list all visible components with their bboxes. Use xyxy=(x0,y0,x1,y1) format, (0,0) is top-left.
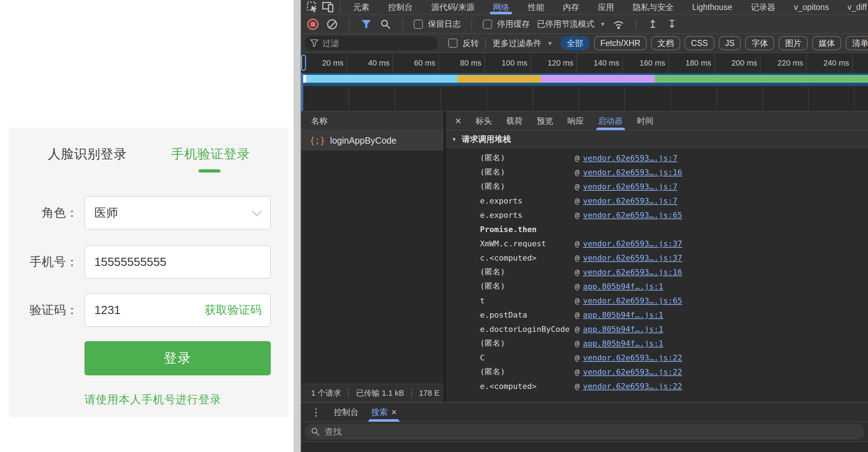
devtools-main-tab[interactable]: 控制台 xyxy=(379,0,422,15)
find-input[interactable]: 查找 xyxy=(305,424,864,440)
detail-tab[interactable]: 时间 xyxy=(637,111,653,130)
timeline-tick-label: 60 ms xyxy=(414,58,435,68)
initiator-source-link[interactable]: vendor.62e6593….js:22 xyxy=(583,368,682,376)
request-type-chip[interactable]: 文档 xyxy=(651,36,680,50)
stack-frame: (匿名) @ app.805b94f….js:1 xyxy=(446,279,868,293)
timeline-ruler[interactable]: 20 ms 40 ms 60 ms 80 ms 100 ms 120 ms 14… xyxy=(301,53,868,73)
initiator-source-link[interactable]: vendor.62e6593….js:7 xyxy=(583,196,677,205)
filter-input[interactable]: 过滤 xyxy=(305,36,438,50)
more-filters-select[interactable]: 更多过滤条件 ▼ xyxy=(492,38,553,49)
stack-frame: (匿名) @ vendor.62e6593….js:16 xyxy=(446,265,868,279)
initiator-source-link[interactable]: vendor.62e6593….js:22 xyxy=(583,353,682,362)
devtools-main-tab[interactable]: v_opitons xyxy=(785,0,838,15)
initiator-source-link[interactable]: app.805b94f….js:1 xyxy=(583,282,663,291)
initiator-source-link[interactable]: app.805b94f….js:1 xyxy=(583,339,663,348)
device-toolbar-icon[interactable] xyxy=(320,1,336,14)
devtools-main-tab-label: 记录器 xyxy=(751,2,775,13)
drawer-tab[interactable]: 控制台 × xyxy=(334,402,358,422)
phone-input[interactable]: 15555555555 xyxy=(84,245,271,279)
devtools-main-tab-label: 隐私与安全 xyxy=(632,2,673,13)
initiator-source-link[interactable]: app.805b94f….js:1 xyxy=(583,325,663,334)
detail-tab[interactable]: 标头 xyxy=(476,111,492,130)
role-select[interactable]: 医师 xyxy=(84,196,271,230)
get-code-link[interactable]: 获取验证码 xyxy=(205,302,262,318)
detail-tab[interactable]: 响应 xyxy=(568,111,584,130)
initiator-source-link[interactable]: vendor.62e6593….js:65 xyxy=(583,296,682,305)
network-toolbar: 保留日志 停用缓存 已停用节流模式 ▼ ↥ ↧ xyxy=(301,15,868,34)
search-icon[interactable] xyxy=(379,18,392,30)
request-type-chip[interactable]: JS xyxy=(719,36,741,50)
request-type-chip[interactable]: 清单 xyxy=(846,36,868,50)
request-type-chip[interactable]: 全部 xyxy=(560,36,590,50)
devtools-main-tab-label: 元素 xyxy=(353,2,370,13)
drawer-tab[interactable]: 搜索 × xyxy=(371,402,397,422)
timeline-tick-label: 180 ms xyxy=(686,58,711,68)
network-filter-bar: 过滤 反转 更多过滤条件 ▼ 全部 Fetch/XHR 文档 xyxy=(301,34,868,53)
code-row: 验证码： 1231 获取验证码 xyxy=(9,293,279,327)
initiator-source-link[interactable]: vendor.62e6593….js:37 xyxy=(583,239,682,248)
login-button[interactable]: 登录 xyxy=(84,341,271,375)
devtools-main-tab[interactable]: 性能 xyxy=(518,0,553,15)
preserve-log-toggle[interactable]: 保留日志 xyxy=(414,19,461,30)
stack-frame: e.exports @ vendor.62e6593….js:65 xyxy=(446,208,868,222)
initiator-source-link[interactable]: app.805b94f….js:1 xyxy=(583,310,663,319)
at-symbol: @ xyxy=(575,211,579,220)
devtools-main-tab[interactable]: 源代码/来源 xyxy=(422,0,484,15)
code-input[interactable]: 1231 获取验证码 xyxy=(84,293,271,327)
devtools-main-tab[interactable]: 网络 xyxy=(484,0,518,15)
disable-cache-checkbox[interactable] xyxy=(483,20,492,29)
disable-cache-toggle[interactable]: 停用缓存 xyxy=(483,19,530,30)
devtools-main-tab[interactable]: 元素 xyxy=(344,0,379,15)
initiator-source-link[interactable]: vendor.62e6593….js:22 xyxy=(583,382,682,391)
network-conditions-icon[interactable] xyxy=(613,18,625,30)
record-network-log-icon[interactable] xyxy=(307,18,319,30)
initiator-source-link[interactable]: vendor.62e6593….js:65 xyxy=(583,211,682,220)
devtools-main-tab[interactable]: 隐私与安全 xyxy=(623,0,683,15)
throttling-select[interactable]: 已停用节流模式 ▼ xyxy=(537,19,605,30)
export-har-icon[interactable]: ↧ xyxy=(666,18,678,30)
devtools-main-tab[interactable]: v_diff xyxy=(838,0,868,15)
request-type-chip[interactable]: Fetch/XHR xyxy=(594,36,647,50)
preserve-log-checkbox[interactable] xyxy=(414,20,423,29)
detail-tab[interactable]: 载荷 xyxy=(506,111,523,130)
devtools-main-tab[interactable]: 记录器 xyxy=(742,0,785,15)
request-type-chip[interactable]: 媒体 xyxy=(812,36,841,50)
close-tab-icon[interactable]: × xyxy=(391,407,397,418)
stack-frame: C @ vendor.62e6593….js:22 xyxy=(446,350,868,365)
timeline-selection-handle[interactable] xyxy=(301,55,306,71)
tab-face-login[interactable]: 人脸识别登录 xyxy=(48,145,127,163)
detail-tab[interactable]: 启动器 xyxy=(598,111,623,130)
detail-tab[interactable]: 预览 xyxy=(537,111,553,130)
at-symbol: @ xyxy=(575,353,579,362)
network-main: 名称 {;} loginAppByCode 1 个请求 已传输 1.1 kB 1… xyxy=(301,111,868,402)
devtools-main-tab[interactable]: 应用 xyxy=(588,0,623,15)
devtools-main-tab[interactable]: Lighthouse xyxy=(683,0,742,15)
login-page: 人脸识别登录 手机验证登录 角色： 医师 手机号： 15555555555 xyxy=(0,0,294,452)
clear-network-log-icon[interactable] xyxy=(326,18,338,30)
close-detail-icon[interactable]: × xyxy=(455,115,461,127)
initiator-source-link[interactable]: vendor.62e6593….js:16 xyxy=(583,168,682,177)
kebab-menu-icon[interactable]: ⋮ xyxy=(311,406,321,418)
filter-icon[interactable] xyxy=(360,18,372,30)
timeline-overview[interactable] xyxy=(301,73,868,86)
initiator-source-link[interactable]: vendor.62e6593….js:37 xyxy=(583,253,682,262)
initiator-source-link[interactable]: vendor.62e6593….js:7 xyxy=(583,154,677,163)
request-type-chip[interactable]: 图片 xyxy=(779,36,808,50)
request-type-chip[interactable]: CSS xyxy=(684,36,714,50)
import-har-icon[interactable]: ↥ xyxy=(647,18,659,30)
request-type-chip[interactable]: 字体 xyxy=(745,36,774,50)
initiator-source-link[interactable]: vendor.62e6593….js:16 xyxy=(583,268,682,277)
name-column-header[interactable]: 名称 xyxy=(301,112,444,131)
window-divider[interactable] xyxy=(294,0,301,452)
invert-filter-toggle[interactable]: 反转 xyxy=(448,38,479,49)
request-row[interactable]: {;} loginAppByCode xyxy=(301,131,444,150)
stack-frame-function: t xyxy=(480,296,575,305)
stack-frame-function: XmWM.c.request xyxy=(480,239,575,248)
initiator-source-link[interactable]: vendor.62e6593….js:7 xyxy=(583,182,677,191)
inspect-element-icon[interactable] xyxy=(305,1,320,14)
devtools-main-tab[interactable]: 内存 xyxy=(553,0,588,15)
initiator-section-header[interactable]: ▼ 请求调用堆栈 xyxy=(446,131,868,148)
tab-phone-login[interactable]: 手机验证登录 xyxy=(171,145,250,163)
invert-checkbox[interactable] xyxy=(448,38,458,48)
stack-frame: XmWM.c.request @ vendor.62e6593….js:37 xyxy=(446,236,868,251)
